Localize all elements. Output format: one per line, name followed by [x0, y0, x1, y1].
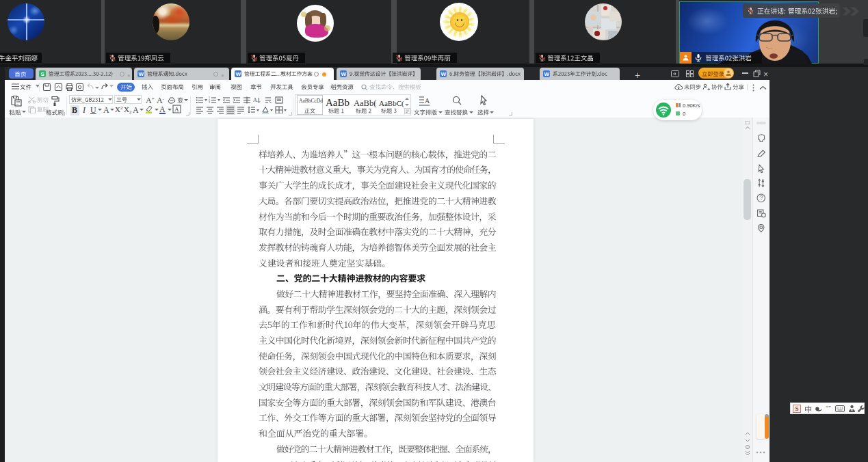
svg-text:A: A	[425, 97, 430, 105]
svg-text:A: A	[174, 106, 179, 113]
svg-text:?: ?	[760, 194, 763, 201]
svg-text:A: A	[253, 97, 257, 103]
svg-text:3: 3	[209, 101, 210, 104]
